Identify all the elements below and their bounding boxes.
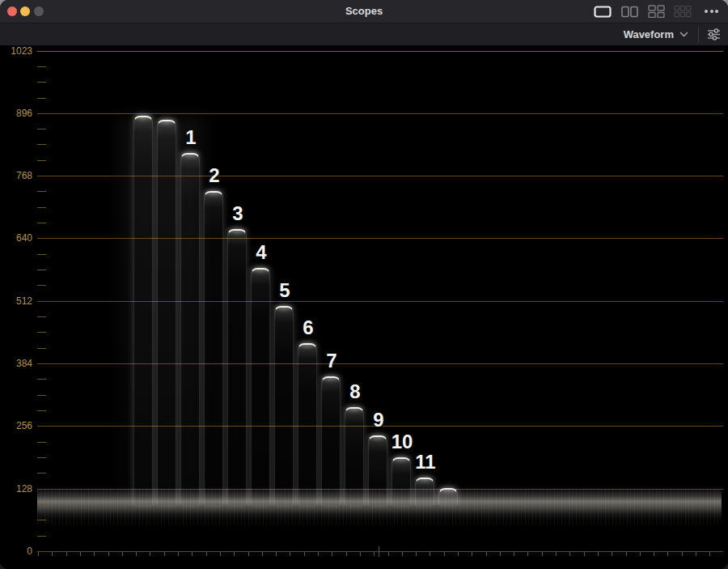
y-axis-tick-label: 512 (2, 295, 32, 307)
waveform-step-glow (225, 227, 249, 235)
waveform-step-glow (413, 475, 437, 483)
x-axis-tick (136, 552, 137, 556)
waveform-step (227, 229, 247, 505)
x-axis-tick (248, 552, 249, 556)
waveform-step (321, 376, 341, 505)
x-axis-tick (220, 552, 221, 556)
waveform-step-glow (131, 113, 155, 121)
step-label: 11 (415, 452, 435, 473)
waveform-step-glow (366, 433, 390, 441)
x-axis-tick (178, 552, 179, 556)
x-axis-tick (94, 552, 95, 556)
x-axis-tick (458, 552, 459, 556)
x-axis-tick (640, 552, 641, 556)
waveform-step-glow (154, 117, 179, 125)
waveform-step (415, 478, 434, 505)
x-axis-tick (52, 552, 53, 556)
step-label: 10 (392, 431, 413, 452)
x-axis-tick (569, 552, 570, 556)
y-axis-minor-tick (37, 285, 46, 286)
y-axis-minor-tick (37, 191, 46, 192)
grid-view-layout-icon[interactable] (673, 3, 692, 19)
y-axis-minor-tick (37, 160, 46, 161)
y-axis-minor-tick (37, 254, 46, 255)
waveform-step (298, 343, 317, 505)
waveform-step-glow (178, 151, 202, 159)
waveform-step (133, 116, 153, 505)
more-options-icon[interactable] (703, 0, 720, 23)
x-axis-tick (66, 552, 67, 556)
waveform-step (392, 457, 411, 505)
waveform-step-glow (319, 374, 343, 382)
step-label: 3 (232, 203, 243, 224)
waveform-step (251, 268, 270, 505)
step-label: 1 (185, 127, 196, 148)
x-axis-tick (486, 552, 487, 556)
x-axis-tick (472, 552, 472, 556)
y-axis-minor-tick (37, 66, 46, 67)
titlebar: Scopes (0, 0, 728, 23)
x-axis-tick (262, 552, 263, 556)
x-axis-tick (388, 552, 389, 556)
x-axis-tick (150, 552, 150, 556)
scope-type-dropdown[interactable]: Waveform (614, 23, 698, 45)
x-axis-tick (38, 552, 39, 556)
scope-toolbar: Waveform (0, 23, 728, 45)
chevron-down-icon (679, 32, 688, 37)
waveform-step-glow (272, 304, 296, 312)
y-axis-minor-tick (37, 473, 46, 473)
x-axis-tick (612, 552, 612, 556)
y-axis-minor-tick (37, 207, 46, 208)
x-axis-tick (318, 552, 319, 556)
y-axis-minor-tick (37, 395, 46, 396)
y-axis-tick-label: 640 (2, 232, 32, 244)
x-axis-tick (206, 552, 207, 556)
quad-view-layout-icon[interactable] (646, 3, 666, 19)
y-axis-minor-tick (37, 504, 46, 505)
y-axis-minor-tick (37, 223, 46, 223)
x-axis-tick (527, 552, 528, 556)
waveform-step (368, 435, 387, 505)
y-axis-minor-tick (37, 348, 46, 349)
scope-settings-button[interactable] (699, 23, 728, 45)
y-axis-minor-tick (37, 442, 46, 443)
x-axis-center-tick (379, 546, 379, 557)
y-axis-minor-tick (37, 82, 46, 83)
x-axis-tick (514, 552, 514, 556)
waveform-step (345, 407, 364, 505)
x-axis-tick (304, 552, 305, 556)
y-axis-minor-tick (37, 316, 46, 317)
waveform-step (204, 191, 223, 505)
y-axis-minor-tick (37, 144, 46, 145)
y-axis-tick-label: 0 (2, 546, 32, 557)
waveform-step-glow (248, 265, 273, 274)
y-axis-minor-tick (37, 379, 46, 380)
x-axis-tick (332, 552, 332, 556)
x-axis-tick (682, 552, 683, 556)
dual-view-layout-icon[interactable] (620, 3, 639, 19)
y-axis-minor-tick (37, 332, 46, 333)
graticule-line (37, 51, 723, 52)
x-axis-tick (416, 552, 417, 556)
x-axis-tick (556, 552, 557, 556)
single-view-layout-icon[interactable] (593, 3, 612, 19)
x-axis-tick (360, 552, 361, 556)
waveform-step-glow (389, 455, 413, 463)
y-axis-tick-label: 128 (2, 483, 32, 495)
y-axis-minor-tick (37, 129, 46, 130)
y-axis-tick-label: 256 (2, 420, 32, 431)
x-axis-tick (108, 552, 109, 556)
scope-layout-buttons (593, 0, 692, 23)
x-axis-tick (346, 552, 347, 556)
waveform-step (180, 153, 200, 505)
x-axis-tick (122, 552, 123, 556)
x-axis-tick (584, 552, 585, 556)
x-axis-tick (500, 552, 501, 556)
x-axis-tick (598, 552, 599, 556)
waveform-step-glow (342, 405, 366, 413)
x-axis-tick (542, 552, 543, 556)
y-axis-tick-label: 768 (2, 170, 32, 181)
x-axis-tick (696, 552, 696, 556)
x-axis-tick (654, 552, 654, 556)
x-axis-tick (667, 552, 668, 556)
